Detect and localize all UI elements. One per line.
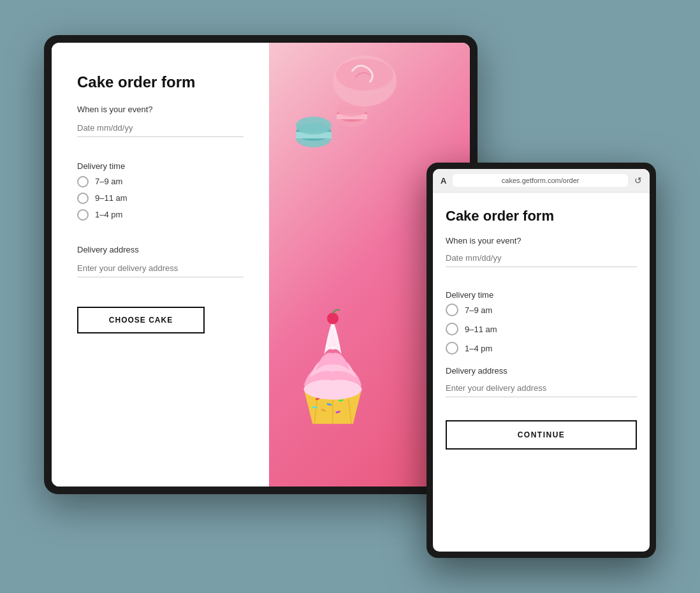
- cupcake-decoration: [282, 308, 384, 436]
- phone-event-label: When is your event?: [446, 236, 637, 245]
- tablet-radio-item-1[interactable]: 7–9 am: [77, 176, 244, 187]
- phone-address-label: Delivery address: [446, 366, 637, 376]
- phone-radio-label-3: 1–4 pm: [465, 344, 492, 353]
- phone-address-field-group: Delivery address: [446, 366, 637, 409]
- phone-radio-circle-1: [446, 304, 458, 316]
- tablet-address-label: Delivery address: [77, 245, 244, 254]
- tablet-delivery-time-group: Delivery time 7–9 am 9–11 am 1–4 pm: [77, 161, 244, 233]
- tablet-event-field-group: When is your event?: [77, 105, 244, 150]
- svg-point-3: [296, 117, 332, 135]
- svg-point-9: [336, 59, 393, 91]
- browser-reload-icon[interactable]: ↺: [634, 175, 642, 186]
- tablet-radio-circle-1: [77, 176, 89, 187]
- phone-delivery-time-group: Delivery time 7–9 am 9–11 am 1–4 pm: [446, 290, 637, 355]
- phone-radio-item-1[interactable]: 7–9 am: [446, 304, 637, 316]
- tablet-radio-label-2: 9–11 am: [95, 193, 128, 203]
- phone-address-input[interactable]: [446, 379, 637, 397]
- phone-radio-label-1: 7–9 am: [465, 305, 492, 315]
- browser-letter: A: [441, 176, 446, 186]
- phone-radio-item-2[interactable]: 9–11 am: [446, 323, 637, 335]
- browser-url-bar[interactable]: cakes.getform.com/order: [453, 174, 628, 187]
- phone-radio-circle-2: [446, 323, 458, 335]
- tablet-address-input[interactable]: [77, 260, 244, 277]
- tablet-radio-label-3: 1–4 pm: [95, 210, 122, 219]
- tablet-radio-circle-3: [77, 209, 89, 221]
- phone-radio-group: 7–9 am 9–11 am 1–4 pm: [446, 304, 637, 355]
- tablet-form-title: Cake order form: [77, 73, 244, 92]
- tablet-form-panel: Cake order form When is your event? Deli…: [52, 43, 269, 487]
- tablet-event-label: When is your event?: [77, 105, 244, 114]
- continue-button[interactable]: CONTINUE: [446, 420, 637, 450]
- tablet-address-field-group: Delivery address: [77, 245, 244, 290]
- phone-radio-circle-3: [446, 342, 458, 355]
- phone-browser-bar: A cakes.getform.com/order ↺: [433, 169, 650, 193]
- tablet-radio-item-2[interactable]: 9–11 am: [77, 193, 244, 204]
- macarons-decoration: [275, 55, 403, 157]
- svg-point-20: [327, 312, 339, 324]
- tablet-delivery-time-label: Delivery time: [77, 161, 244, 171]
- phone-device: A cakes.getform.com/order ↺ Cake order f…: [427, 163, 656, 558]
- phone-radio-label-2: 9–11 am: [465, 325, 497, 334]
- phone-form-title: Cake order form: [446, 208, 637, 224]
- phone-radio-item-3[interactable]: 1–4 pm: [446, 342, 637, 355]
- phone-date-input[interactable]: [446, 249, 637, 267]
- tablet-radio-item-3[interactable]: 1–4 pm: [77, 209, 244, 221]
- tablet-radio-circle-2: [77, 193, 89, 204]
- tablet-radio-label-1: 7–9 am: [95, 177, 122, 186]
- choose-cake-button[interactable]: CHOOSE CAKE: [77, 307, 205, 333]
- tablet-radio-group: 7–9 am 9–11 am 1–4 pm: [77, 176, 244, 221]
- phone-delivery-time-label: Delivery time: [446, 290, 637, 300]
- tablet-device: Cake order form When is your event? Deli…: [44, 35, 478, 494]
- scene: Cake order form When is your event? Deli…: [44, 35, 656, 558]
- phone-event-field-group: When is your event?: [446, 236, 637, 279]
- tablet-date-input[interactable]: [77, 119, 244, 137]
- svg-point-19: [304, 379, 362, 400]
- phone-form-content: Cake order form When is your event? Deli…: [433, 193, 650, 552]
